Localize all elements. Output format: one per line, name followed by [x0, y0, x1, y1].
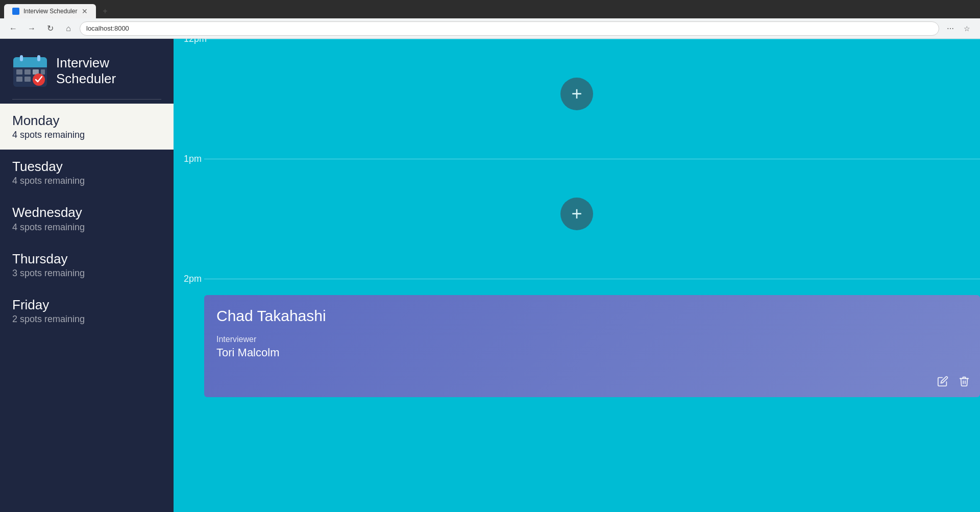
- spots-label-wednesday: 4 spots remaining: [12, 222, 161, 233]
- card-actions: [935, 374, 972, 389]
- candidate-name: Chad Takahashi: [216, 307, 968, 325]
- sidebar: Interview Scheduler Monday 4 spots remai…: [0, 39, 174, 512]
- add-slot-button-12pm[interactable]: +: [560, 78, 593, 110]
- bookmark-button[interactable]: ☆: [960, 21, 974, 36]
- tab-bar: Interview Scheduler ✕ +: [0, 0, 980, 18]
- time-label-12pm: 12pm: [184, 39, 207, 44]
- browser-chrome: Interview Scheduler ✕ + ← → ↻ ⌂ ⋯ ☆: [0, 0, 980, 39]
- sidebar-item-thursday[interactable]: Thursday 3 spots remaining: [0, 242, 174, 288]
- time-label-2pm: 2pm: [184, 274, 202, 284]
- day-label-friday: Friday: [12, 297, 161, 313]
- app-container: Interview Scheduler Monday 4 spots remai…: [0, 39, 980, 512]
- tab-title: Interview Scheduler: [23, 8, 77, 15]
- back-button[interactable]: ←: [6, 21, 20, 36]
- extensions-button[interactable]: ⋯: [943, 21, 958, 36]
- delete-icon: [959, 376, 970, 387]
- spots-label-tuesday: 4 spots remaining: [12, 176, 161, 186]
- sidebar-nav: Monday 4 spots remaining Tuesday 4 spots…: [0, 104, 174, 334]
- edit-interview-button[interactable]: [935, 374, 950, 389]
- tab-close-button[interactable]: ✕: [82, 7, 88, 15]
- svg-rect-2: [13, 63, 47, 67]
- add-icon-1pm: +: [571, 205, 582, 223]
- new-tab-button[interactable]: +: [98, 4, 112, 18]
- browser-toolbar: ← → ↻ ⌂ ⋯ ☆: [0, 18, 980, 39]
- time-block-2pm: 2pm Chad Takahashi Interviewer Tori Malc…: [174, 279, 980, 397]
- address-bar[interactable]: [80, 21, 939, 36]
- day-label-monday: Monday: [12, 113, 161, 129]
- toolbar-actions: ⋯ ☆: [943, 21, 974, 36]
- delete-interview-button[interactable]: [957, 374, 972, 389]
- home-button[interactable]: ⌂: [61, 21, 76, 36]
- interviewer-name: Tori Malcolm: [216, 346, 968, 359]
- time-block-12pm: 12pm +: [174, 39, 980, 159]
- day-label-thursday: Thursday: [12, 251, 161, 267]
- sidebar-item-wednesday[interactable]: Wednesday 4 spots remaining: [0, 196, 174, 241]
- spots-label-friday: 2 spots remaining: [12, 314, 161, 325]
- spots-label-monday: 4 spots remaining: [12, 130, 161, 140]
- sidebar-item-monday[interactable]: Monday 4 spots remaining: [0, 104, 174, 150]
- active-tab[interactable]: Interview Scheduler ✕: [4, 4, 96, 18]
- sidebar-divider: [12, 99, 161, 100]
- time-line-1pm: [204, 159, 980, 159]
- main-schedule: 12pm + 1pm + 2pm Chad Takahashi Intervie…: [174, 39, 980, 512]
- svg-rect-11: [37, 55, 40, 61]
- svg-rect-10: [20, 55, 23, 61]
- time-line-12pm: [204, 39, 980, 39]
- time-line-2pm: [204, 279, 980, 279]
- sidebar-title: Interview Scheduler: [56, 55, 116, 87]
- svg-rect-6: [41, 69, 45, 75]
- svg-rect-8: [24, 77, 31, 82]
- app-logo: [12, 53, 48, 89]
- interview-card: Chad Takahashi Interviewer Tori Malcolm: [204, 295, 980, 397]
- reload-button[interactable]: ↻: [43, 21, 57, 36]
- edit-icon: [937, 376, 948, 387]
- sidebar-item-friday[interactable]: Friday 2 spots remaining: [0, 288, 174, 334]
- time-label-1pm: 1pm: [184, 154, 202, 164]
- tab-favicon: [12, 8, 19, 15]
- svg-rect-7: [16, 77, 22, 82]
- add-icon-12pm: +: [571, 85, 582, 103]
- interviewer-label: Interviewer: [216, 335, 968, 344]
- svg-rect-3: [16, 69, 22, 75]
- add-slot-button-1pm[interactable]: +: [560, 198, 593, 230]
- sidebar-header: Interview Scheduler: [0, 39, 174, 99]
- day-label-wednesday: Wednesday: [12, 205, 161, 221]
- time-block-1pm: 1pm +: [174, 159, 980, 279]
- day-label-tuesday: Tuesday: [12, 159, 161, 175]
- forward-button[interactable]: →: [24, 21, 39, 36]
- svg-rect-4: [24, 69, 31, 75]
- sidebar-item-tuesday[interactable]: Tuesday 4 spots remaining: [0, 150, 174, 196]
- spots-label-thursday: 3 spots remaining: [12, 268, 161, 279]
